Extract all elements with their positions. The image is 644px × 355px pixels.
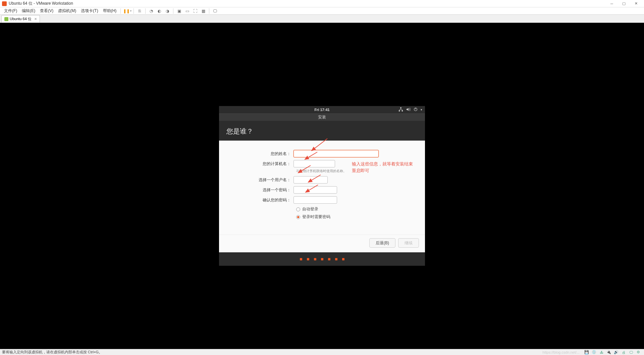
tray-cd-icon[interactable]: 💿 (591, 350, 597, 355)
menu-vm[interactable]: 虚拟机(M) (56, 7, 78, 14)
send-ctrl-alt-del-icon[interactable]: ⎘ (136, 8, 143, 14)
radio-label-auto: 自动登录 (302, 206, 318, 212)
dot-icon (335, 258, 337, 260)
power-icon[interactable] (413, 107, 418, 112)
tray-display-icon[interactable]: 🖵 (628, 350, 634, 355)
vm-display-area[interactable]: Fri 17:41 ▾ 安装 您是谁？ 您的姓名： (0, 23, 644, 349)
tray-printer-icon[interactable]: 🖨 (621, 350, 626, 355)
ubuntu-heading: 您是谁？ (219, 121, 425, 141)
fit-guest-icon[interactable]: ▣ (175, 8, 183, 14)
tab-close-icon[interactable]: ✕ (34, 17, 37, 21)
menu-dropdown-icon[interactable]: ▾ (421, 108, 422, 111)
menu-help[interactable]: 帮助(H) (101, 7, 119, 14)
tray-disk-icon[interactable]: 💾 (584, 350, 589, 355)
svg-rect-1 (399, 110, 400, 112)
input-username[interactable] (293, 176, 328, 184)
tab-bar: Ubuntu 64 位 ✕ (0, 15, 644, 23)
thumbnail-icon[interactable]: ▦ (200, 8, 207, 14)
maximize-button[interactable]: ▢ (618, 0, 630, 7)
tray-misc-icon[interactable]: ⚙ (636, 350, 641, 355)
manage-snapshot-icon[interactable]: ◑ (164, 8, 171, 14)
revert-snapshot-icon[interactable]: ◐ (156, 8, 163, 14)
network-icon[interactable] (398, 107, 403, 112)
fullscreen-icon[interactable]: ⛶ (192, 8, 199, 14)
library-icon[interactable]: 🖵 (211, 8, 219, 14)
status-text: 要将输入定向到该虚拟机，请在虚拟机内部单击或按 Ctrl+G。 (2, 350, 102, 355)
input-computer[interactable] (293, 160, 335, 167)
vmware-app-icon (2, 1, 7, 6)
dot-icon (314, 258, 316, 260)
ubuntu-topbar: Fri 17:41 ▾ (219, 106, 425, 113)
pause-button-icon[interactable]: ❚❚ (123, 8, 130, 14)
radio-icon (296, 207, 300, 211)
minimize-button[interactable]: ─ (606, 0, 618, 7)
input-name[interactable] (293, 150, 379, 157)
dot-icon (328, 258, 330, 260)
label-computer: 您的计算机名： (226, 161, 293, 167)
dot-icon (300, 258, 302, 260)
ubuntu-progress-dots (219, 252, 425, 266)
ubuntu-clock: Fri 17:41 (314, 108, 329, 112)
svg-rect-0 (400, 107, 401, 109)
label-password: 选择一个密码： (226, 187, 293, 193)
radio-require-password[interactable]: 登录时需要密码 (296, 214, 418, 220)
window-title: Ubuntu 64 位 - VMware Workstation (9, 1, 73, 6)
label-username: 选择一个用户名： (226, 177, 293, 183)
radio-icon-checked (296, 215, 300, 219)
input-password[interactable] (293, 186, 337, 194)
label-name: 您的姓名： (226, 151, 293, 157)
watermark: https://blog.csdn.net/... (542, 350, 580, 354)
snapshot-icon[interactable]: ◔ (148, 8, 155, 14)
annotation-text: 输入这些信息，就等着安装结束 重启即可 (352, 161, 419, 174)
power-dropdown-icon[interactable]: ▾ (130, 9, 131, 12)
close-button[interactable]: ✕ (630, 0, 642, 7)
dot-icon (321, 258, 323, 260)
svg-line-4 (312, 139, 327, 151)
window-titlebar: Ubuntu 64 位 - VMware Workstation ─ ▢ ✕ (0, 0, 644, 7)
ubuntu-form: 您的姓名： 您的计算机名： 与其他计算机联络时使用的名称。 选择一个用户名： 选… (219, 141, 425, 235)
continue-button[interactable]: 继续 (398, 238, 419, 248)
menu-edit[interactable]: 编辑(E) (20, 7, 37, 14)
statusbar: 要将输入定向到该虚拟机，请在虚拟机内部单击或按 Ctrl+G。 https://… (0, 349, 644, 355)
tray-network-icon[interactable]: 🖧 (599, 350, 604, 355)
svg-rect-2 (402, 110, 403, 112)
dot-icon (342, 258, 344, 260)
tab-label: Ubuntu 64 位 (10, 16, 32, 21)
menubar: 文件(F) 编辑(E) 查看(V) 虚拟机(M) 选项卡(T) 帮助(H) ❚❚… (0, 7, 644, 15)
tab-vm-icon (4, 17, 8, 21)
input-confirm[interactable] (293, 196, 337, 204)
menu-view[interactable]: 查看(V) (38, 7, 55, 14)
vm-tab[interactable]: Ubuntu 64 位 ✕ (1, 15, 40, 22)
back-button[interactable]: 后退(B) (369, 238, 395, 248)
sound-icon[interactable] (406, 107, 411, 112)
menu-file[interactable]: 文件(F) (2, 7, 19, 14)
dot-icon (307, 258, 309, 260)
radio-auto-login[interactable]: 自动登录 (296, 206, 418, 212)
tray-sound-icon[interactable]: 🔊 (613, 350, 619, 355)
ubuntu-installer: Fri 17:41 ▾ 安装 您是谁？ 您的姓名： (219, 106, 425, 266)
ubuntu-footer: 后退(B) 继续 (219, 235, 425, 252)
unity-icon[interactable]: ▭ (183, 8, 191, 14)
tray-usb-icon[interactable]: 🔌 (606, 350, 611, 355)
label-confirm: 确认您的密码： (226, 197, 293, 203)
radio-label-require: 登录时需要密码 (302, 214, 330, 220)
menu-tabs[interactable]: 选项卡(T) (79, 7, 100, 14)
ubuntu-app-title: 安装 (219, 113, 425, 121)
